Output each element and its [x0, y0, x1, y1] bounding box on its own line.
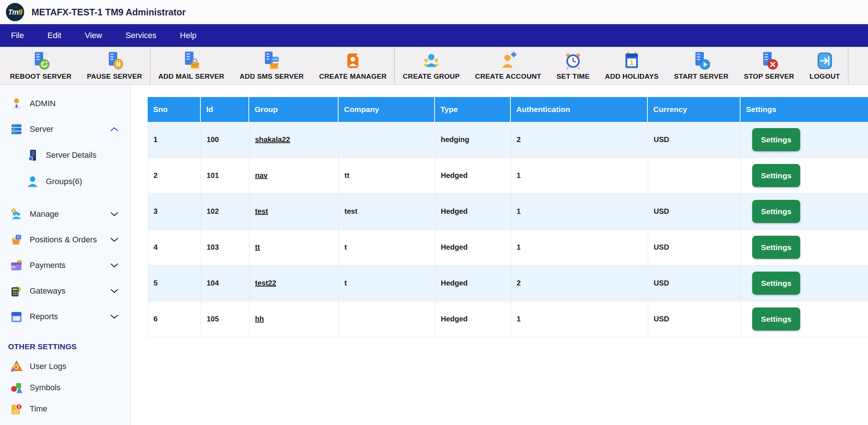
cell-id: 105	[201, 301, 250, 337]
sidebar-item-label: Payments	[30, 261, 110, 270]
settings-button[interactable]: Settings	[752, 307, 800, 331]
group-link[interactable]: test	[255, 207, 268, 216]
add-holidays-icon: 1	[622, 51, 642, 71]
server-icon	[10, 123, 23, 135]
toolbar-button-set-time[interactable]: SET TIME	[549, 47, 597, 85]
create-group-icon	[421, 51, 441, 71]
sidebar-item-positions-orders[interactable]: Positions & Orders	[0, 227, 130, 253]
reports-icon	[10, 310, 23, 323]
cell-settings: Settings	[741, 194, 868, 229]
sidebar-item-manage[interactable]: Manage	[0, 201, 130, 227]
positions-orders-icon	[10, 234, 23, 246]
server-details-icon	[26, 149, 39, 161]
settings-button[interactable]: Settings	[752, 200, 800, 223]
user-logs-icon	[10, 360, 23, 373]
menu-help[interactable]: Help	[180, 31, 196, 40]
sidebar-item-label: ADMIN	[30, 99, 119, 108]
menu-view[interactable]: View	[85, 31, 102, 40]
group-link[interactable]: hh	[255, 315, 264, 323]
settings-button[interactable]: Settings	[752, 272, 800, 295]
cell-type: Hedged	[435, 158, 511, 193]
sidebar-item-time[interactable]: Time	[0, 398, 130, 420]
toolbar-button-start-server[interactable]: START SERVER	[666, 47, 736, 85]
sidebar-item-gateways[interactable]: Gateways	[0, 278, 130, 304]
sidebar-item-symbols[interactable]: Symbols	[0, 377, 130, 398]
cell-authentication: 1	[511, 194, 648, 229]
group-link[interactable]: nav	[255, 171, 267, 180]
menu-file[interactable]: File	[11, 31, 24, 40]
cell-currency: USD	[648, 122, 741, 157]
toolbar-button-pause-server[interactable]: PAUSE SERVER	[79, 47, 150, 85]
menu-edit[interactable]: Edit	[47, 31, 61, 40]
table-row: 6 105 hh Hedged 1 USD Settings	[148, 301, 868, 337]
settings-button[interactable]: Settings	[752, 236, 800, 259]
cell-authentication: 1	[511, 301, 648, 337]
logo-9-text: 9	[18, 8, 22, 16]
group-link[interactable]: tt	[255, 243, 260, 251]
settings-button[interactable]: Settings	[752, 128, 800, 151]
group-link[interactable]: test22	[255, 279, 276, 287]
cell-authentication: 1	[511, 158, 648, 193]
cell-sno: 2	[148, 158, 201, 193]
cell-authentication: 2	[511, 265, 648, 301]
toolbar-label: ADD MAIL SERVER	[158, 72, 224, 81]
groups-icon	[26, 175, 39, 188]
table-row: 3 102 test test Hedged 1 USD Settings	[148, 194, 868, 230]
cell-type: Hedged	[435, 301, 511, 337]
payments-icon	[10, 259, 23, 272]
stop-server-icon	[759, 51, 779, 71]
cell-company	[339, 301, 435, 337]
cell-settings: Settings	[741, 301, 868, 337]
sidebar-item-admin[interactable]: ADMIN	[0, 91, 130, 116]
sidebar-item-server[interactable]: Server	[0, 116, 130, 142]
sidebar-item-label: Time	[30, 404, 119, 414]
toolbar-button-stop-server[interactable]: STOP SERVER	[736, 47, 802, 85]
cell-id: 100	[201, 122, 250, 157]
table-row: 4 103 tt t Hedged 1 USD Settings	[148, 230, 868, 265]
cell-authentication: 2	[511, 122, 648, 157]
cell-sno: 6	[148, 301, 201, 337]
cell-id: 104	[201, 265, 250, 301]
column-header-id: Id	[201, 97, 249, 122]
sidebar-item-label: Symbols	[30, 383, 119, 392]
sidebar-item-payments[interactable]: Payments	[0, 253, 130, 278]
toolbar-button-logout[interactable]: LOGOUT	[802, 47, 848, 85]
column-header-currency: Currency	[648, 97, 740, 122]
cell-currency: USD	[648, 301, 741, 337]
toolbar-label: ADD SMS SERVER	[240, 72, 304, 81]
cell-company: tt	[339, 158, 435, 193]
cell-id: 103	[201, 230, 250, 265]
toolbar-button-reboot-server[interactable]: REBOOT SERVER	[2, 47, 79, 85]
cell-currency: USD	[648, 230, 741, 265]
toolbar-button-add-sms-server[interactable]: ADD SMS SERVER	[232, 47, 311, 85]
add-mail-server-icon	[181, 51, 201, 71]
cell-type: Hedged	[435, 194, 511, 229]
toolbar-separator	[848, 47, 849, 85]
sidebar-item-groups[interactable]: Groups(6)	[0, 168, 130, 195]
toolbar-button-add-mail-server[interactable]: ADD MAIL SERVER	[151, 47, 232, 85]
symbols-icon	[10, 381, 23, 394]
settings-button[interactable]: Settings	[752, 164, 800, 187]
sidebar-item-user-logs[interactable]: User Logs	[0, 356, 130, 377]
toolbar-label: LOGOUT	[810, 72, 840, 81]
sidebar-item-reports[interactable]: Reports	[0, 304, 130, 329]
chevron-down-icon	[110, 314, 119, 320]
add-sms-server-icon	[262, 51, 282, 71]
toolbar-button-create-group[interactable]: CREATE GROUP	[395, 47, 467, 85]
menu-services[interactable]: Services	[126, 31, 156, 40]
toolbar-button-create-manager[interactable]: CREATE MANAGER	[311, 47, 394, 85]
cell-settings: Settings	[741, 158, 868, 193]
set-time-icon	[563, 51, 583, 71]
toolbar-button-create-account[interactable]: CREATE ACCOUNT	[468, 47, 549, 85]
sidebar-item-server-details[interactable]: Server Details	[0, 142, 130, 168]
cell-currency	[648, 158, 741, 193]
cell-group: shakala22	[250, 122, 339, 157]
group-link[interactable]: shakala22	[255, 135, 290, 144]
toolbar-button-add-holidays[interactable]: 1 ADD HOLIDAYS	[597, 47, 666, 85]
cell-authentication: 1	[511, 230, 648, 265]
table-header-row: Sno Id Group Company Type Authentication…	[148, 97, 868, 122]
column-header-group: Group	[249, 97, 339, 122]
time-icon	[10, 403, 23, 415]
cell-group: nav	[250, 158, 339, 193]
toolbar-label: START SERVER	[674, 72, 729, 81]
